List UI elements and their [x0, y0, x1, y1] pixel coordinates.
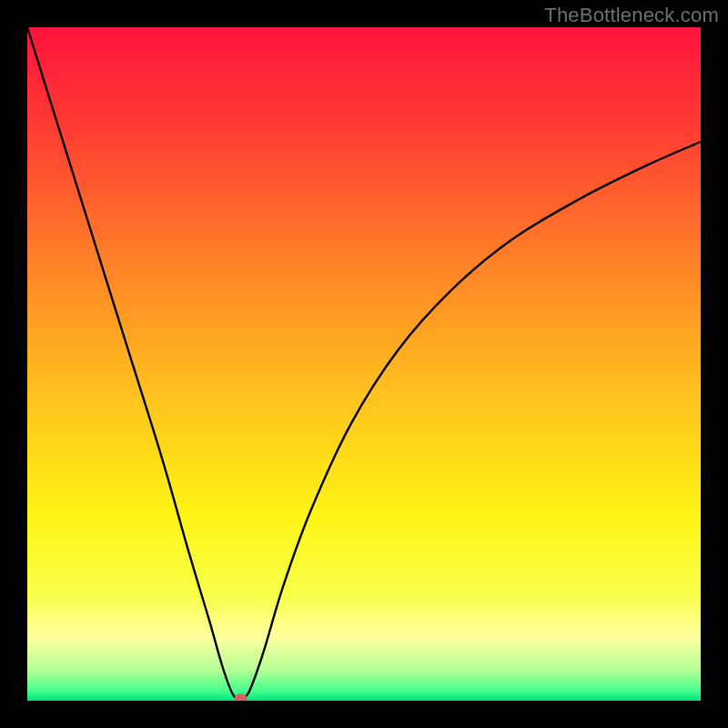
chart-frame: TheBottleneck.com	[0, 0, 728, 728]
plot-area	[27, 27, 701, 701]
watermark-text: TheBottleneck.com	[544, 4, 719, 27]
gradient-background	[27, 27, 701, 701]
bottleneck-chart	[27, 27, 701, 701]
